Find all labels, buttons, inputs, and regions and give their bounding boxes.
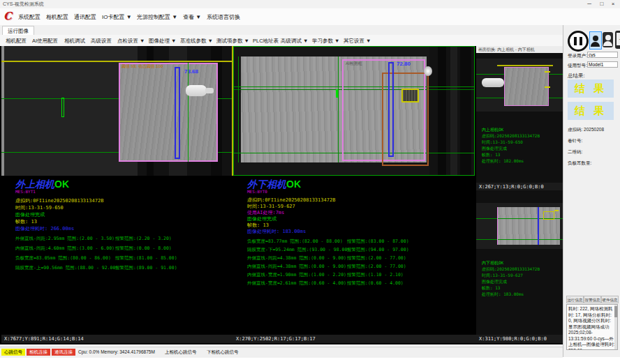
tab-run-image[interactable]: 运行图像 <box>2 26 34 35</box>
winding-pin-label: 卷针号: <box>568 138 582 144</box>
thumb1-text-line: 处理耗时: 182.00ms <box>482 158 524 164</box>
comm-link-indicator: 通讯连接 <box>52 349 75 356</box>
tool-camera-debug[interactable]: 相机调试 <box>64 38 85 45</box>
measurement-row: 内侧直线-间距:4.60mm 范围:(3.00 - 6.00) 报警范围:(0.… <box>15 245 225 252</box>
measurement-text: 隔膜宽度-上=90.56mm 范围:(88.00 - 92.00) <box>15 265 118 271</box>
thumb1-yellow-mark1 <box>545 71 550 73</box>
measurement-text: 外侧直线-间距=4.38mm 范围:(0.00 - 9.00) <box>247 255 346 261</box>
measurement-row: 内侧直线-间距=4.38mm 范围:(0.00 - 9.00) 报警范围:(2.… <box>247 264 471 271</box>
alarm-range-text: 报警范围:(0.60 - 4.00) <box>347 280 404 287</box>
mid-info-line: 图像处理耗时: 183.00ms <box>247 228 306 235</box>
user-button-selected[interactable] <box>589 31 602 50</box>
login-user-label: 登录用户: <box>568 53 587 59</box>
heartbeat-indicator: 心跳信号 <box>1 349 25 356</box>
mid-measure-value: 72.80 <box>397 61 411 67</box>
measurement-text: 内侧直线-间距=4.38mm 范围:(0.00 - 9.00) <box>247 264 346 270</box>
middle-camera-viewport[interactable]: AI检测框 72.80 <box>233 46 475 176</box>
thumb1-text-line: 图像处理完成 <box>482 146 507 151</box>
camera-link-indicator: 相机连接 <box>27 349 50 356</box>
left-camera-viewport[interactable]: 阈值:93, 动态阈值:100 73.68 <box>1 46 233 176</box>
tool-check-set[interactable]: 点检设置 ▼ <box>117 38 145 45</box>
menu-comm-config[interactable]: 通讯配置 <box>74 13 96 21</box>
bottom-cam-heartbeat-text: 下相机心跳信号 <box>207 349 239 356</box>
alarm-range-text: 报警范围:(0.00 - 8.00) <box>115 245 172 252</box>
measurement-text: 外侧直线-间距:2.95mm 范围:(2.00 - 3.50) <box>15 236 115 242</box>
mid-overlay-green-vline2 <box>338 56 339 162</box>
maximize-icon[interactable]: □ <box>596 0 607 8</box>
mid-scene-bar1 <box>438 47 446 176</box>
title-bar: CYS-视觉检测系统 ─ □ × <box>0 0 620 8</box>
tool-camera-config[interactable]: 相机配置 <box>6 38 27 45</box>
operator-icon <box>603 33 612 46</box>
thumb1-text-line: 时间:13-31-59-650 <box>482 139 523 145</box>
log-scrollbar[interactable] <box>614 305 617 349</box>
thumb-header: 画面切换: 内上相机 - 内下相机 <box>476 46 563 53</box>
measurement-text: 负极宽度=83.77mm 范围:(82.00 - 88.00) <box>247 238 343 245</box>
middle-cursor-coords: X:270;Y:2502;R:17;G:17;B:17 <box>233 335 478 343</box>
model-field[interactable] <box>587 61 618 68</box>
alarm-range-text: 报警范围:(2.20 - 3.20) <box>115 236 172 242</box>
left-scene-edge <box>1 46 4 176</box>
app-logo-icon: C <box>3 10 12 22</box>
left-info-line: 图像处理完成 <box>15 211 45 218</box>
operator-button[interactable] <box>603 32 613 47</box>
alarm-range-text: 报警范围:(81.00 - 85.00) <box>115 255 177 261</box>
tab-run-info[interactable]: 运行信息 <box>566 296 584 303</box>
tool-image-process[interactable]: 图像处理 ▼ <box>149 38 177 45</box>
tab-alarm-info[interactable]: 报警信息 <box>584 296 601 303</box>
thumb2-text-line: 时间:13-31-59-627 <box>482 273 523 278</box>
thumb1-text-line: 内上相机OK <box>482 127 503 132</box>
measurement-row: 内侧直线-宽度=1.90mm 范围:(1.00 - 2.20) 报警范围:(1.… <box>247 272 471 279</box>
menu-system-config[interactable]: 系统配置 <box>18 13 40 21</box>
result-box-1: 结 果 <box>568 79 614 98</box>
menu-light-config[interactable]: 光源控制配置 ▼ <box>137 13 177 21</box>
tool-advanced-set[interactable]: 高级设置 <box>91 38 112 45</box>
measurement-text: 负极宽度=83.05mm 范围:(80.00 - 86.00) <box>15 255 111 261</box>
qr-code-label: 二维码: <box>568 149 582 156</box>
alarm-range-text: 报警范围:(89.00 - 91.00) <box>115 265 177 271</box>
thumb2-text-line: 处理耗时: 183.00ms <box>482 291 524 297</box>
alarm-range-text: 报警范围:(2.00 - 77.00) <box>347 264 406 270</box>
tool-adv-debug[interactable]: 高级调试 ▼ <box>281 38 309 45</box>
thumb1-text-line: 虚拟码:2025020813313472B <box>482 133 540 139</box>
left-overlay-yellow-line <box>1 61 232 62</box>
exit-button[interactable] <box>615 31 620 49</box>
mid-ai-box-label: AI检测框 <box>346 61 362 67</box>
measurement-row: 外侧直线-宽度=2.61mm 范围:(0.60 - 4.00) 报警范围:(0.… <box>247 280 471 287</box>
top-thumb-coords: X:267;Y:13;R:0;G:0;B:0 <box>476 183 566 190</box>
menu-language-switch[interactable]: 系统语言切换 <box>207 13 240 21</box>
mid-scene-highlight <box>424 66 432 76</box>
menu-io-config[interactable]: IO卡配置 ▼ <box>102 13 132 21</box>
login-user-field[interactable] <box>587 52 618 58</box>
user-icon <box>591 34 600 47</box>
tab-hw-info[interactable]: 硬件信息 <box>601 296 619 303</box>
minimize-icon[interactable]: ─ <box>584 0 595 8</box>
main-area: 阈值:93, 动态阈值:100 73.68 外上相机OK MES:BYT1 虚拟… <box>0 46 563 344</box>
mid-overlay-green-mark <box>336 89 338 98</box>
top-thumb-viewport[interactable]: 内上相机OK 虚拟码:2025020813313472B 时间:13-31-59… <box>476 53 563 183</box>
thumb2-yellow-mark <box>554 210 559 211</box>
control-sidebar: 登录用户: 使用型号: 总结果: 结 果 结 果 虚拟码: 20250208 卷… <box>563 25 620 357</box>
bottom-thumb-viewport[interactable]: 内下相机OK 虚拟码:2025020813313472B 时间:13-31-59… <box>476 190 563 335</box>
tool-learn-param[interactable]: 学习参数 ▼ <box>312 38 340 45</box>
left-scene-roller <box>186 85 207 96</box>
toolbar: 相机配置 AI使用配置 相机调试 高级设置 点检设置 ▼ 图像处理 ▼ 基准线参… <box>0 35 563 47</box>
tool-ai-config[interactable]: AI使用配置 <box>32 38 58 45</box>
cpu-memory-text: Cpu: 0.0% Memory: 3424.41796875M <box>78 349 155 354</box>
tab-strip: 运行图像 <box>0 25 563 36</box>
close-icon[interactable]: × <box>607 0 619 8</box>
log-scrollbar-thumb[interactable] <box>614 306 617 317</box>
alarm-range-text: 报警范围:(83.00 - 87.00) <box>347 238 409 245</box>
menu-camera-config[interactable]: 相机配置 <box>46 13 68 21</box>
left-overlay-green-vline <box>188 63 189 162</box>
thumb2-pink-line <box>497 207 498 245</box>
thumb2-text-line: 内下相机OK <box>482 260 503 266</box>
pause-button[interactable] <box>568 31 589 52</box>
measurement-text: 外侧直线-宽度=2.61mm 范围:(0.60 - 4.00) <box>247 280 346 287</box>
tool-plc-table[interactable]: PLC地址表 <box>253 38 279 45</box>
tool-baseline-param[interactable]: 基准线参数 ▼ <box>180 38 213 45</box>
tool-test-param[interactable]: 测试项参数 ▼ <box>216 38 249 45</box>
tool-other-set[interactable]: 其它设置 ▼ <box>344 38 371 45</box>
menu-view[interactable]: 查看 ▼ <box>183 13 201 21</box>
middle-mes-label: MES:BYT0 <box>247 189 267 194</box>
